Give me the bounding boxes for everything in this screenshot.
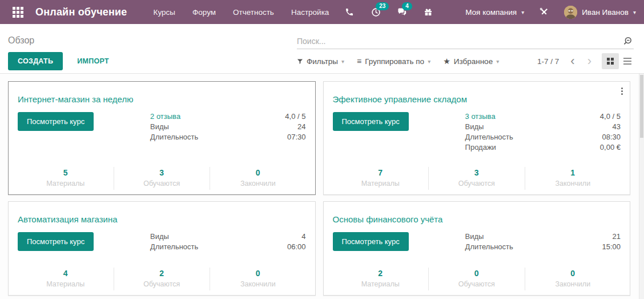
menu-forum[interactable]: Форум: [192, 8, 216, 17]
search-input[interactable]: [297, 37, 623, 46]
rating-value: 4,0 / 5: [285, 112, 305, 121]
course-stats: 5Материалы 3Обучаются 0Закончили: [18, 161, 306, 194]
groupby-dropdown[interactable]: ≡ Группировать по ▾: [357, 57, 430, 66]
favorites-label: Избранное: [454, 57, 493, 66]
control-panel: Обзор СОЗДАТЬ ИМПОРТ Фильтры ▾ ≡ Группир: [0, 24, 644, 74]
search-options: Фильтры ▾ ≡ Группировать по ▾ ★ Избранно…: [297, 53, 636, 69]
create-button[interactable]: СОЗДАТЬ: [8, 52, 63, 70]
kanban-view-icon: [607, 58, 610, 61]
stat-finished: 1Закончили: [525, 167, 621, 190]
info-row-reviews: 3 отзыва 4,0 / 5: [465, 112, 621, 121]
tools-icon[interactable]: [538, 6, 550, 18]
info-row-duration: Длительность 06:00: [150, 242, 305, 251]
chevron-down-icon: ▾: [341, 58, 344, 65]
view-course-button[interactable]: Посмотреть курс: [18, 112, 94, 131]
kebab-menu-icon[interactable]: [621, 87, 623, 89]
stat-materials: 5Материалы: [18, 167, 114, 190]
activities-badge: 23: [376, 2, 389, 10]
pager-range: 1-7 / 7: [537, 57, 559, 66]
stat-attendees: 3Обучаются: [428, 167, 525, 190]
scrollbar-thumb[interactable]: [640, 75, 643, 138]
list-view-button[interactable]: [619, 53, 636, 69]
company-switcher[interactable]: Моя компания ▾: [465, 8, 524, 17]
pager-next-icon[interactable]: ›: [586, 55, 593, 67]
search-icon[interactable]: [623, 36, 634, 46]
chevron-down-icon: ▾: [496, 58, 499, 65]
reviews-link[interactable]: 3 отзыва: [465, 112, 496, 121]
vertical-scrollbar[interactable]: [639, 74, 644, 299]
course-card[interactable]: Интернет-магазин за неделю Посмотреть ку…: [8, 81, 316, 195]
course-info: 2 отзыва 4,0 / 5 Виды 24 Длительность 07…: [150, 112, 305, 141]
info-row-views: Виды 24: [150, 122, 305, 131]
kanban-view-button[interactable]: [602, 53, 619, 69]
main-menu: Курсы Форум Отчетность Настройка: [154, 8, 329, 17]
info-row-duration: Длительность 07:30: [150, 133, 305, 141]
info-row-duration: Длительность 15:00: [465, 242, 621, 251]
filters-dropdown[interactable]: Фильтры ▾: [297, 57, 344, 66]
user-menu[interactable]: Иван Иванов ▾: [564, 6, 636, 19]
grid-glyph: [13, 7, 23, 18]
import-button[interactable]: ИМПОРТ: [69, 52, 118, 70]
stat-attendees: 0Обучаются: [428, 268, 525, 290]
rating-value: 4,0 / 5: [600, 112, 621, 121]
info-row-sales: Продажи 0,00 €: [465, 143, 621, 152]
course-info: 3 отзыва 4,0 / 5 Виды 43 Длительность 08…: [465, 112, 621, 152]
avatar: [564, 6, 577, 19]
course-stats: 7Материалы 3Обучаются 1Закончили: [333, 161, 621, 194]
menu-reporting[interactable]: Отчетность: [233, 8, 274, 17]
course-card[interactable]: Основы финансового учёта Посмотреть курс…: [323, 201, 631, 296]
stat-materials: 4Материалы: [18, 268, 114, 290]
filter-funnel-icon: [297, 58, 303, 65]
course-stats: 2Материалы 0Обучаются 0Закончили: [333, 262, 621, 295]
star-icon: ★: [443, 57, 450, 66]
user-name: Иван Иванов: [582, 8, 629, 17]
view-switcher: [602, 53, 636, 69]
view-course-button[interactable]: Посмотреть курс: [18, 232, 94, 251]
stat-finished: 0Закончили: [525, 268, 621, 290]
kanban-grid: Интернет-магазин за неделю Посмотреть ку…: [8, 81, 630, 296]
menu-courses[interactable]: Курсы: [154, 8, 175, 17]
info-row-reviews: 2 отзыва 4,0 / 5: [150, 112, 305, 121]
stat-materials: 2Материалы: [333, 268, 429, 290]
gift-icon[interactable]: [422, 6, 434, 18]
phone-icon[interactable]: [343, 6, 356, 18]
breadcrumb[interactable]: Обзор: [8, 35, 297, 49]
course-stats: 4Материалы 2Обучаются 0Закончили: [18, 262, 306, 295]
list-view-icon: [623, 58, 631, 59]
stat-attendees: 2Обучаются: [114, 268, 210, 290]
course-info: Виды 21 Длительность 15:00: [465, 232, 621, 251]
groupby-icon: ≡: [357, 57, 361, 66]
filters-label: Фильтры: [307, 57, 338, 66]
course-info: Виды 4 Длительность 06:00: [150, 232, 305, 251]
groupby-label: Группировать по: [365, 57, 424, 66]
info-row-views: Виды 43: [465, 122, 621, 131]
info-row-views: Виды 21: [465, 232, 621, 241]
course-card[interactable]: Автоматизация магазина Посмотреть курс В…: [8, 201, 316, 296]
reviews-link[interactable]: 2 отзыва: [150, 112, 180, 121]
top-navbar: Онлайн обучение Курсы Форум Отчетность Н…: [0, 0, 644, 24]
info-row-duration: Длительность 08:30: [465, 133, 621, 141]
apps-grid-icon[interactable]: [8, 2, 27, 22]
activities-icon[interactable]: 23: [369, 6, 382, 18]
app-title: Онлайн обучение: [35, 6, 127, 18]
course-card[interactable]: Эфективное управление складом Посмотреть…: [323, 81, 631, 195]
pager: 1-7 / 7 ‹ ›: [537, 55, 593, 67]
kanban-content: Интернет-магазин за неделю Посмотреть ку…: [0, 74, 644, 299]
view-course-button[interactable]: Посмотреть курс: [333, 232, 409, 251]
pager-prev-icon[interactable]: ‹: [569, 55, 575, 67]
view-course-button[interactable]: Посмотреть курс: [333, 112, 409, 131]
info-row-views: Виды 4: [150, 232, 305, 241]
favorites-dropdown[interactable]: ★ Избранное ▾: [443, 57, 499, 66]
course-title[interactable]: Основы финансового учёта: [333, 214, 621, 224]
messages-icon[interactable]: 4: [396, 6, 408, 18]
course-title[interactable]: Автоматизация магазина: [18, 214, 306, 224]
stat-materials: 7Материалы: [333, 167, 429, 190]
course-title[interactable]: Интернет-магазин за неделю: [18, 94, 306, 104]
company-name: Моя компания: [465, 8, 517, 17]
menu-settings[interactable]: Настройка: [291, 8, 329, 17]
course-title[interactable]: Эфективное управление складом: [333, 94, 621, 104]
systray: 23 4 Моя компания ▾ Иван Иванов ▾: [343, 6, 636, 19]
messages-badge: 4: [402, 2, 412, 10]
app-window: Онлайн обучение Курсы Форум Отчетность Н…: [0, 0, 644, 299]
chevron-down-icon: ▾: [428, 58, 430, 65]
